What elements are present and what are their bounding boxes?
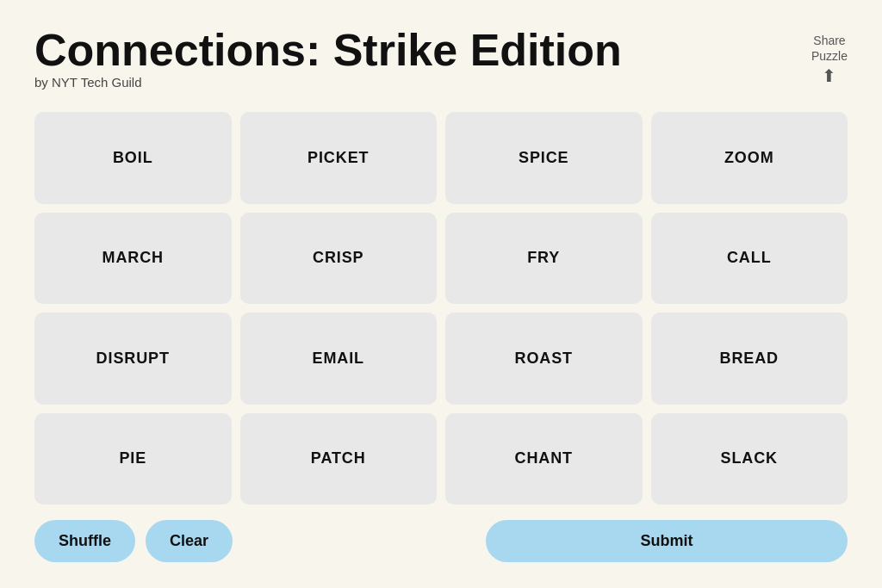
- grid-cell-label: ROAST: [515, 350, 574, 368]
- grid-cell-label: PIE: [119, 449, 146, 467]
- shuffle-button[interactable]: Shuffle: [34, 520, 135, 562]
- word-grid: BOILPICKETSPICEZOOMMARCHCRISPFRYCALLDISR…: [34, 112, 848, 504]
- grid-cell[interactable]: MARCH: [34, 213, 232, 304]
- grid-cell-label: BOIL: [113, 149, 153, 167]
- grid-cell[interactable]: DISRUPT: [34, 313, 232, 404]
- grid-cell-label: SLACK: [721, 449, 779, 467]
- grid-cell-label: BREAD: [719, 350, 779, 368]
- grid-cell[interactable]: CALL: [651, 213, 848, 304]
- clear-button[interactable]: Clear: [146, 520, 233, 562]
- share-label: SharePuzzle: [811, 33, 848, 64]
- grid-cell[interactable]: BREAD: [651, 313, 848, 404]
- grid-cell[interactable]: PATCH: [240, 413, 438, 504]
- grid-cell[interactable]: PIE: [34, 413, 232, 504]
- grid-cell-label: CRISP: [313, 249, 364, 267]
- page-title: Connections: Strike Edition: [34, 26, 622, 75]
- submit-button[interactable]: Submit: [486, 520, 848, 562]
- grid-cell[interactable]: CRISP: [240, 213, 438, 304]
- header: Connections: Strike Edition by NYT Tech …: [34, 26, 848, 107]
- grid-cell-label: ZOOM: [724, 149, 774, 167]
- title-group: Connections: Strike Edition by NYT Tech …: [34, 26, 622, 107]
- grid-cell-label: CALL: [727, 249, 772, 267]
- grid-cell-label: PATCH: [311, 449, 366, 467]
- grid-cell[interactable]: FRY: [445, 213, 643, 304]
- controls: Shuffle Clear Submit: [34, 520, 848, 562]
- grid-cell-label: CHANT: [515, 449, 574, 467]
- grid-cell[interactable]: CHANT: [445, 413, 643, 504]
- grid-cell-label: MARCH: [102, 249, 165, 267]
- grid-cell[interactable]: ROAST: [445, 313, 643, 404]
- subtitle: by NYT Tech Guild: [34, 75, 622, 90]
- grid-cell[interactable]: SLACK: [651, 413, 848, 504]
- share-button[interactable]: SharePuzzle ⬆: [811, 33, 848, 86]
- grid-cell-label: EMAIL: [313, 350, 365, 368]
- grid-cell[interactable]: SPICE: [445, 112, 643, 203]
- grid-cell[interactable]: BOIL: [34, 112, 232, 203]
- grid-cell[interactable]: EMAIL: [240, 313, 438, 404]
- grid-cell[interactable]: ZOOM: [651, 112, 848, 203]
- grid-cell-label: SPICE: [519, 149, 569, 167]
- grid-cell-label: FRY: [527, 249, 560, 267]
- grid-cell[interactable]: PICKET: [240, 112, 438, 203]
- share-icon: ⬆: [822, 65, 836, 86]
- grid-cell-label: DISRUPT: [96, 350, 170, 368]
- grid-cell-label: PICKET: [307, 149, 369, 167]
